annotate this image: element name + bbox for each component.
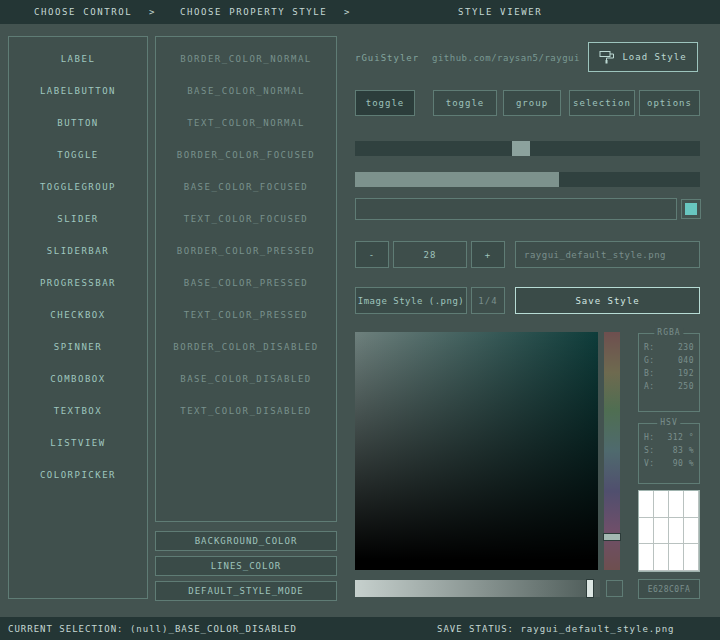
current-selection-status: CURRENT SELECTION: (null)_BASE_COLOR_DIS… <box>8 624 297 634</box>
chevron-right-icon: > <box>149 7 156 17</box>
image-style-button[interactable]: Image Style (.png) <box>355 287 467 314</box>
progressbar-fill <box>355 172 559 187</box>
control-item[interactable]: PROGRESSBAR <box>9 267 147 299</box>
status-bar: CURRENT SELECTION: (null)_BASE_COLOR_DIS… <box>0 617 720 640</box>
rgba-blue-value: B:192 <box>644 369 694 378</box>
repo-link[interactable]: github.com/raysan5/raygui <box>432 53 580 63</box>
sample-textbox[interactable] <box>355 198 677 220</box>
color-picker-panel[interactable] <box>355 332 598 570</box>
hsv-group: HSV H:312 ° S:83 % V:90 % <box>638 420 700 484</box>
load-style-button[interactable]: Load Style <box>588 42 698 72</box>
lines-color-button[interactable]: LINES_COLOR <box>155 556 337 576</box>
property-item[interactable]: TEXT_COLOR_PRESSED <box>156 299 336 331</box>
property-item[interactable]: BASE_COLOR_FOCUSED <box>156 171 336 203</box>
palette-cell[interactable] <box>654 518 669 545</box>
background-color-button[interactable]: BACKGROUND_COLOR <box>155 531 337 551</box>
rguistyler-window: CHOOSE CONTROL > CHOOSE PROPERTY STYLE >… <box>0 0 720 640</box>
property-item[interactable]: TEXT_COLOR_DISABLED <box>156 395 336 427</box>
palette-cell[interactable] <box>684 544 699 571</box>
property-item[interactable]: BORDER_COLOR_FOCUSED <box>156 139 336 171</box>
palette-cell[interactable] <box>669 491 684 518</box>
save-status: SAVE STATUS: raygui_default_style.png <box>437 624 674 634</box>
control-item[interactable]: LABELBUTTON <box>9 75 147 107</box>
step-style-viewer: STYLE VIEWER <box>458 7 542 17</box>
control-item[interactable]: COMBOBOX <box>9 363 147 395</box>
hue-handle[interactable] <box>603 533 621 541</box>
property-item[interactable]: BASE_COLOR_PRESSED <box>156 267 336 299</box>
properties-list: BORDER_COLOR_NORMAL BASE_COLOR_NORMAL TE… <box>155 36 337 522</box>
top-bar: CHOOSE CONTROL > CHOOSE PROPERTY STYLE >… <box>0 0 720 24</box>
control-item[interactable]: LABEL <box>9 43 147 75</box>
palette-cell[interactable] <box>654 491 669 518</box>
alpha-side-box[interactable] <box>606 580 623 597</box>
spinner-value[interactable]: 28 <box>393 241 467 268</box>
hsv-hue-value: H:312 ° <box>644 433 694 442</box>
property-item[interactable]: BORDER_COLOR_NORMAL <box>156 43 336 75</box>
toggle-group-item[interactable]: selection <box>569 90 635 116</box>
control-item[interactable]: TOGGLEGROUP <box>9 171 147 203</box>
load-style-label: Load Style <box>622 52 686 62</box>
slider[interactable] <box>355 141 700 156</box>
property-item[interactable]: BASE_COLOR_NORMAL <box>156 75 336 107</box>
control-item[interactable]: COLORPICKER <box>9 459 147 491</box>
property-item[interactable]: BORDER_COLOR_PRESSED <box>156 235 336 267</box>
property-item[interactable]: TEXT_COLOR_NORMAL <box>156 107 336 139</box>
palette-cell[interactable] <box>684 518 699 545</box>
step-choose-property-style: CHOOSE PROPERTY STYLE <box>180 7 327 17</box>
toggle-group-item[interactable]: options <box>639 90 700 116</box>
palette-cell[interactable] <box>684 491 699 518</box>
palette-cell[interactable] <box>669 544 684 571</box>
paint-roller-icon <box>599 50 615 64</box>
alpha-handle[interactable] <box>586 579 594 598</box>
ratio-box[interactable]: 1/4 <box>471 287 505 314</box>
toggle-group-item[interactable]: group <box>503 90 561 116</box>
rgba-label: RGBA <box>654 328 683 337</box>
rgba-alpha-value: A:250 <box>644 382 694 391</box>
palette-grid[interactable] <box>638 490 700 572</box>
property-item[interactable]: BASE_COLOR_DISABLED <box>156 363 336 395</box>
control-item[interactable]: CHECKBOX <box>9 299 147 331</box>
control-item[interactable]: SLIDER <box>9 203 147 235</box>
default-style-mode-button[interactable]: DEFAULT_STYLE_MODE <box>155 581 337 601</box>
control-item[interactable]: SLIDERBAR <box>9 235 147 267</box>
controls-list: LABEL LABELBUTTON BUTTON TOGGLE TOGGLEGR… <box>8 36 148 599</box>
filename-input[interactable]: raygui_default_style.png <box>515 241 700 268</box>
step-choose-control: CHOOSE CONTROL <box>34 7 132 17</box>
rgba-group: RGBA R:230 G:040 B:192 A:250 <box>638 330 700 412</box>
property-item[interactable]: TEXT_COLOR_FOCUSED <box>156 203 336 235</box>
toggle-button[interactable]: toggle <box>433 90 497 116</box>
palette-cell[interactable] <box>639 518 654 545</box>
hue-slider[interactable] <box>604 332 620 570</box>
property-item[interactable]: BORDER_COLOR_DISABLED <box>156 331 336 363</box>
palette-cell[interactable] <box>639 491 654 518</box>
rgba-green-value: G:040 <box>644 356 694 365</box>
control-item[interactable]: TEXTBOX <box>9 395 147 427</box>
control-item[interactable]: LISTVIEW <box>9 427 147 459</box>
hsv-label: HSV <box>657 418 680 427</box>
hsv-saturation-value: S:83 % <box>644 446 694 455</box>
save-style-button[interactable]: Save Style <box>515 287 700 314</box>
spinner-increment-button[interactable]: + <box>471 241 505 268</box>
palette-cell[interactable] <box>639 544 654 571</box>
control-item[interactable]: TOGGLE <box>9 139 147 171</box>
toggle-button[interactable]: toggle <box>355 90 415 116</box>
spinner-decrement-button[interactable]: - <box>355 241 389 268</box>
chevron-right-icon: > <box>344 7 351 17</box>
control-item[interactable]: BUTTON <box>9 107 147 139</box>
rgba-red-value: R:230 <box>644 343 694 352</box>
hsv-value-value: V:90 % <box>644 459 694 468</box>
palette-cell[interactable] <box>669 518 684 545</box>
control-item[interactable]: SPINNER <box>9 331 147 363</box>
alpha-slider[interactable] <box>355 580 600 597</box>
app-title: rGuiStyler <box>355 53 419 63</box>
palette-cell[interactable] <box>654 544 669 571</box>
slider-handle[interactable] <box>512 141 530 156</box>
progress-bar[interactable] <box>355 172 700 187</box>
checkbox[interactable] <box>681 199 701 219</box>
hex-color-input[interactable]: E628C0FA <box>638 579 700 599</box>
